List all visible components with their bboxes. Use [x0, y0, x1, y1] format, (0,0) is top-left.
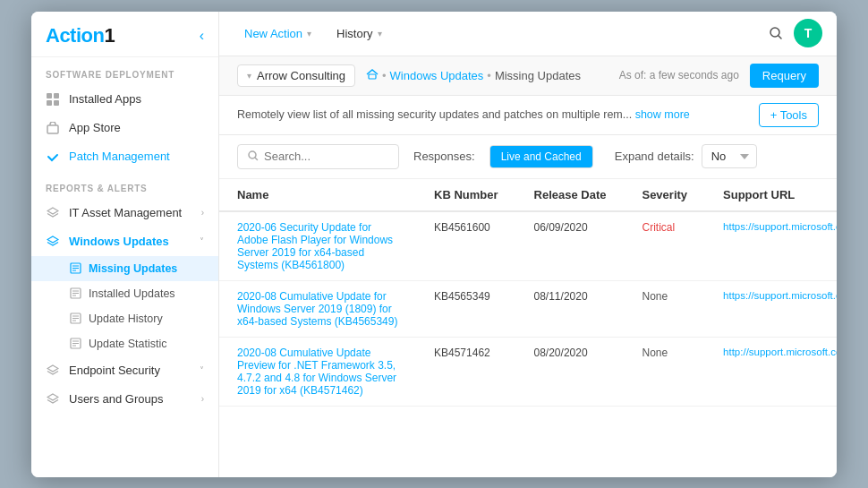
requery-button[interactable]: Requery: [750, 64, 819, 88]
cell-url[interactable]: http://support.microsoft.com: [705, 337, 837, 406]
layers-icon: [46, 364, 60, 378]
expand-select[interactable]: No Yes: [702, 144, 757, 168]
chevron-down-icon: ▾: [378, 29, 382, 39]
cell-name[interactable]: 2020-06 Security Update for Adobe Flash …: [219, 211, 416, 281]
sidebar-logo: Action1 ‹: [31, 12, 218, 57]
home-icon: [366, 68, 379, 83]
org-name: Arrow Consulting: [257, 69, 345, 82]
description-bar: Remotely view list of all missing securi…: [219, 96, 837, 135]
sidebar-sub-item-update-history[interactable]: Update History: [31, 306, 218, 331]
svg-rect-3: [54, 100, 59, 106]
sidebar-sub-item-label: Update History: [89, 312, 163, 325]
section-label-reports: REPORTS & ALERTS: [31, 171, 218, 199]
section-label-software: SOFTWARE DEPLOYMENT: [31, 57, 218, 85]
doc-icon: [69, 287, 81, 300]
svg-rect-2: [47, 100, 52, 106]
cell-url[interactable]: https://support.microsoft.com/help/45653…: [705, 280, 837, 337]
main-content: New Action ▾ History ▾ T ▾ Arrow Consult…: [219, 12, 837, 477]
sidebar-collapse-icon[interactable]: ‹: [200, 28, 204, 44]
response-toggle: Live and Cached: [489, 145, 593, 168]
logo: Action1: [46, 24, 115, 47]
sidebar-item-it-asset[interactable]: IT Asset Management ›: [31, 199, 218, 227]
cell-kb: KB4565349: [416, 280, 516, 337]
new-action-button[interactable]: New Action ▾: [234, 21, 322, 46]
show-more-link[interactable]: show more: [635, 108, 690, 121]
breadcrumb-separator: •: [382, 69, 387, 82]
table-row: 2020-08 Cumulative Update Preview for .N…: [219, 337, 837, 406]
toolbar: Responses: Live and Cached Expand detail…: [219, 135, 837, 179]
cell-date: 08/11/2020: [516, 280, 625, 337]
breadcrumb-separator: •: [487, 69, 491, 82]
doc-icon: [69, 262, 81, 275]
cell-kb: KB4561600: [416, 211, 516, 281]
search-icon-button[interactable]: [762, 19, 790, 47]
cell-date: 06/09/2020: [516, 211, 625, 281]
sidebar-item-label: Windows Updates: [69, 235, 169, 248]
layers-icon: [46, 392, 60, 407]
topnav: New Action ▾ History ▾ T: [219, 12, 837, 56]
col-name: Name: [219, 179, 416, 211]
history-label: History: [336, 27, 372, 40]
timestamp: As of: a few seconds ago: [619, 69, 739, 81]
sidebar-sub-item-label: Missing Updates: [89, 262, 177, 275]
sidebar-sub-item-installed-updates[interactable]: Installed Updates: [31, 281, 218, 306]
breadcrumb-windows-updates[interactable]: Windows Updates: [390, 69, 484, 82]
col-kb: KB Number: [416, 179, 516, 211]
chevron-down-icon: ˅: [200, 365, 204, 375]
col-url: Support URL: [705, 179, 837, 211]
breadcrumb-missing-updates: Missing Updates: [495, 69, 581, 82]
sidebar-item-label: Installed Apps: [69, 92, 141, 106]
sidebar-item-endpoint-security[interactable]: Endpoint Security ˅: [31, 356, 218, 385]
response-option-live-cached[interactable]: Live and Cached: [490, 146, 592, 167]
store-icon: [46, 121, 60, 135]
sidebar-sub-item-update-statistic[interactable]: Update Statistic: [31, 331, 218, 356]
breadcrumb-path: • Windows Updates • Missing Updates: [366, 68, 581, 83]
sidebar-item-app-store[interactable]: App Store: [31, 114, 218, 142]
description-text: Remotely view list of all missing securi…: [237, 108, 750, 121]
chevron-down-icon: ˅: [200, 236, 204, 246]
chevron-down-icon: ▾: [247, 71, 251, 81]
sidebar-item-users-groups[interactable]: Users and Groups ›: [31, 385, 218, 414]
sidebar-item-patch-management[interactable]: Patch Management: [31, 142, 218, 171]
sidebar-item-label: Endpoint Security: [69, 364, 160, 377]
logo-action: Action: [46, 24, 104, 47]
doc-icon: [69, 338, 81, 350]
breadcrumb-bar: ▾ Arrow Consulting • Windows Updates • M…: [219, 56, 837, 96]
svg-rect-0: [47, 93, 52, 98]
svg-rect-22: [369, 74, 376, 79]
cell-kb: KB4571462: [416, 337, 516, 406]
sidebar-item-installed-apps[interactable]: Installed Apps: [31, 85, 218, 114]
sidebar-section-software: SOFTWARE DEPLOYMENT Installed Apps App S…: [31, 57, 218, 171]
sidebar-item-label: App Store: [69, 121, 121, 134]
col-date: Release Date: [516, 179, 625, 211]
sidebar-item-windows-updates[interactable]: Windows Updates ˅: [31, 227, 218, 256]
updates-table: Name KB Number Release Date Severity Sup…: [219, 179, 837, 407]
history-button[interactable]: History ▾: [326, 21, 392, 46]
search-input[interactable]: [264, 150, 389, 163]
search-box[interactable]: [237, 144, 399, 169]
search-icon: [247, 150, 259, 164]
cell-severity: None: [624, 280, 705, 337]
cell-name[interactable]: 2020-08 Cumulative Update for Windows Se…: [219, 280, 416, 337]
app-window: Action1 ‹ SOFTWARE DEPLOYMENT Installed …: [31, 12, 837, 477]
table-row: 2020-08 Cumulative Update for Windows Se…: [219, 280, 837, 337]
cell-name[interactable]: 2020-08 Cumulative Update Preview for .N…: [219, 337, 416, 406]
cell-severity: None: [624, 337, 705, 406]
cell-url[interactable]: https://support.microsoft.com/help/45616…: [705, 211, 837, 281]
table-row: 2020-06 Security Update for Adobe Flash …: [219, 211, 837, 281]
table-container: Name KB Number Release Date Severity Sup…: [219, 179, 837, 477]
sidebar-sub-item-label: Update Statistic: [89, 338, 167, 350]
expand-label: Expand details:: [615, 150, 694, 163]
layers-icon: [46, 206, 60, 220]
cell-date: 08/20/2020: [516, 337, 625, 406]
check-icon: [46, 150, 60, 164]
chevron-right-icon: ›: [201, 208, 204, 218]
user-avatar[interactable]: T: [794, 19, 822, 47]
chevron-down-icon: ▾: [307, 29, 311, 39]
tools-button[interactable]: + Tools: [759, 103, 819, 127]
grid-icon: [46, 92, 60, 107]
org-selector[interactable]: ▾ Arrow Consulting: [237, 64, 355, 87]
sidebar-section-reports: REPORTS & ALERTS IT Asset Management › W…: [31, 171, 218, 414]
sidebar-sub-item-missing-updates[interactable]: Missing Updates: [31, 256, 218, 281]
new-action-label: New Action: [244, 27, 302, 40]
